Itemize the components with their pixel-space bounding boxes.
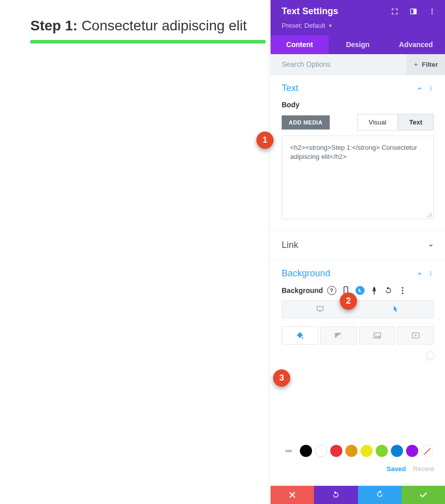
tab-content[interactable]: Content (271, 35, 329, 54)
hover-state-icon[interactable] (355, 286, 365, 295)
svg-point-19 (375, 334, 376, 335)
swatch-blue[interactable] (391, 445, 403, 457)
section-background: Background Background ? (271, 260, 445, 383)
add-media-button[interactable]: ADD MEDIA (282, 115, 330, 130)
bg-type-image[interactable] (359, 326, 395, 345)
tab-design[interactable]: Design (329, 35, 387, 54)
settings-panel: Text Settings Preset: Default ▼ Content … (271, 0, 445, 504)
color-preview[interactable] (282, 352, 434, 372)
section-text: Text Body ADD MEDIA Visual Text <h2><str… (271, 75, 445, 231)
undo-button[interactable] (314, 486, 358, 504)
section-link: Link (271, 231, 445, 260)
palette-recent[interactable]: Recent (413, 465, 434, 473)
svg-point-5 (430, 86, 431, 87)
video-icon (411, 331, 420, 340)
svg-point-14 (402, 290, 403, 291)
gradient-icon (334, 331, 343, 340)
bg-type-gradient[interactable] (320, 326, 357, 345)
heading-strong: Step 1: (30, 18, 77, 33)
background-label: Background (282, 286, 323, 295)
section-background-head[interactable]: Background (282, 268, 434, 279)
cancel-button[interactable] (271, 486, 314, 504)
check-icon (419, 490, 428, 499)
page-heading[interactable]: Step 1: Consectetur adipiscing elit (30, 18, 265, 34)
pin-icon[interactable] (370, 286, 379, 295)
swatch-yellow[interactable] (361, 445, 373, 457)
code-textarea[interactable]: <h2><strong>Step 1:</strong> Consectetur… (282, 136, 434, 219)
plus-icon (413, 62, 419, 67)
palette: ••• (271, 445, 445, 462)
preset-row[interactable]: Preset: Default ▼ (271, 22, 445, 35)
svg-rect-16 (317, 307, 323, 311)
swatch-orange[interactable] (345, 445, 358, 457)
save-button[interactable] (402, 486, 445, 504)
palette-row: ••• (282, 445, 434, 457)
saved-recent: Saved Recent (271, 462, 445, 486)
swatch-red[interactable] (330, 445, 342, 457)
chevron-down-icon[interactable] (428, 242, 434, 248)
snap-icon[interactable] (410, 8, 417, 15)
section-text-title: Text (282, 83, 298, 94)
panel-header: Text Settings (271, 0, 445, 22)
heading-rest: Consectetur adipiscing elit (77, 18, 247, 33)
redo-button[interactable] (358, 486, 402, 504)
editor-tab-text[interactable]: Text (398, 114, 434, 131)
swatch-black[interactable] (300, 445, 312, 457)
bg-type-color[interactable] (282, 326, 318, 345)
svg-point-6 (430, 88, 431, 89)
page-content: Step 1: Consectetur adipiscing elit (30, 18, 265, 44)
close-icon (288, 490, 297, 499)
section-background-title: Background (282, 268, 330, 279)
search-input[interactable] (271, 54, 406, 74)
kebab-icon[interactable] (428, 8, 436, 15)
action-bar (271, 486, 445, 504)
color-preview-handle[interactable] (427, 352, 434, 359)
svg-point-10 (430, 275, 431, 276)
device-tab-hover[interactable] (358, 301, 434, 318)
panel-title: Text Settings (282, 6, 338, 17)
section-text-kebab-icon[interactable] (428, 86, 434, 92)
svg-point-3 (431, 11, 433, 12)
undo-icon (331, 490, 340, 499)
device-tabs (282, 300, 434, 318)
chevron-up-icon[interactable] (417, 86, 423, 92)
svg-rect-1 (414, 9, 417, 14)
chevron-up-icon[interactable] (417, 271, 423, 277)
palette-saved[interactable]: Saved (386, 465, 406, 473)
callout-1-number: 1 (256, 132, 274, 149)
editor-tab-visual[interactable]: Visual (357, 114, 398, 131)
background-label-row: Background ? (282, 286, 434, 295)
preset-label: Preset: (282, 22, 302, 29)
body-label: Body (282, 101, 434, 109)
svg-point-7 (430, 90, 431, 91)
palette-more-icon[interactable]: ••• (285, 445, 291, 457)
section-text-head[interactable]: Text (282, 83, 434, 94)
cursor-icon (391, 305, 399, 313)
swatch-none[interactable] (421, 445, 433, 457)
filter-label: Filter (422, 61, 438, 68)
help-icon[interactable]: ? (327, 286, 336, 295)
svg-point-13 (402, 287, 403, 288)
redo-icon (375, 490, 384, 499)
filter-button[interactable]: Filter (406, 54, 445, 74)
expand-icon[interactable] (391, 8, 398, 15)
background-mini-kebab-icon[interactable] (398, 286, 407, 295)
heading-underline (30, 40, 265, 44)
svg-point-15 (402, 292, 403, 294)
reset-icon[interactable] (384, 286, 393, 295)
media-row: ADD MEDIA Visual Text (282, 114, 434, 131)
tab-advanced[interactable]: Advanced (387, 35, 445, 54)
bg-type-video[interactable] (397, 326, 434, 345)
swatch-lime[interactable] (376, 445, 388, 457)
callout-2-number: 2 (340, 292, 357, 310)
section-background-kebab-icon[interactable] (428, 271, 434, 277)
image-icon (373, 331, 382, 340)
section-link-head[interactable]: Link (282, 240, 434, 250)
swatch-purple[interactable] (406, 445, 418, 457)
swatch-white[interactable] (315, 445, 327, 457)
svg-point-4 (431, 13, 433, 15)
section-link-title: Link (282, 240, 298, 250)
callout-3-number: 3 (273, 369, 290, 387)
bg-type-tabs (282, 326, 434, 345)
svg-point-2 (431, 9, 433, 10)
